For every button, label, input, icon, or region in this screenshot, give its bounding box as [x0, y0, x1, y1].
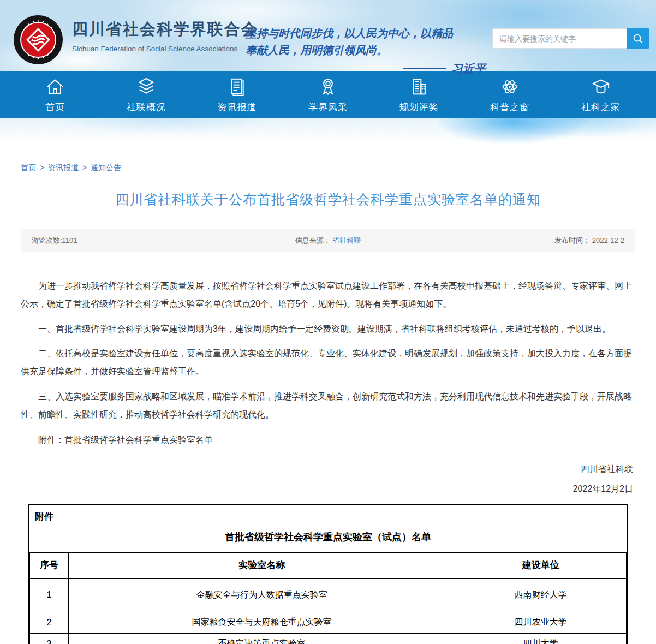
header-quote: 坚持与时代同步伐，以人民为中心，以精品 奉献人民，用明德引领风尚。 习近平 — [246, 25, 486, 78]
column-header-index: 序号 — [30, 552, 69, 578]
nav-item-awards[interactable]: 规划评奖 — [393, 76, 445, 114]
breadcrumb-separator: > — [40, 163, 44, 172]
breadcrumb-news[interactable]: 资讯报道 — [48, 163, 79, 172]
article-body: 为进一步推动我省哲学社会科学高质量发展，按照省哲学社会科学重点实验室试点建设工作… — [21, 277, 635, 449]
cell-institution: 西南财经大学 — [455, 578, 627, 612]
publish-date: 发布时间： 2022-12-2 — [427, 236, 624, 246]
search-box — [492, 28, 649, 49]
table-row: 2 国家粮食安全与天府粮仓重点实验室 四川农业大学 — [30, 612, 627, 633]
quote-line-2: 奉献人民，用明德引领风尚。 — [246, 42, 486, 59]
news-document-icon — [226, 76, 248, 98]
cell-lab-name: 金融安全与行为大数据重点实验室 — [69, 578, 455, 612]
attachment-table-title: 首批省级哲学社会科学重点实验室（试点）名单 — [29, 530, 627, 544]
publish-label: 发布时间： — [554, 236, 592, 245]
breadcrumb: 首页 > 资讯报道 > 通知公告 — [21, 163, 635, 173]
quote-line-1: 坚持与时代同步伐，以人民为中心，以精品 — [246, 25, 486, 42]
nav-item-news[interactable]: 资讯报道 — [211, 76, 263, 114]
sichuan-social-sciences-emblem-icon — [13, 15, 63, 65]
labs-table: 序号 实验室名称 建设单位 1 金融安全与行为大数据重点实验室 西南财经大学 2… — [29, 552, 627, 644]
org-name-zh: 四川省社会科学界联合会 — [72, 19, 258, 40]
table-header-row: 序号 实验室名称 建设单位 — [30, 552, 627, 578]
publish-value: 2022-12-2 — [592, 236, 624, 245]
main-content: 首页 > 资讯报道 > 通知公告 四川省社科联关于公布首批省级哲学社会科学重点实… — [0, 163, 656, 644]
layers-icon — [135, 76, 157, 98]
breadcrumb-notices[interactable]: 通知公告 — [91, 163, 121, 172]
building-icon — [408, 76, 430, 98]
org-name-en: Sichuan Federation of Social Science Ass… — [72, 45, 258, 53]
cell-index: 1 — [30, 578, 69, 612]
cell-lab-name: 不确定决策重点实验室 — [69, 633, 455, 644]
attachment-label: 附件 — [29, 505, 627, 523]
cell-index: 2 — [30, 612, 69, 633]
paragraph-item-1: 一、首批省级哲学社会科学实验室建设周期为3年，建设周期内给予一定经费资助。建设期… — [21, 320, 635, 338]
search-icon — [632, 33, 644, 45]
graduation-cap-icon — [590, 76, 612, 98]
home-icon — [44, 76, 66, 98]
breadcrumb-home[interactable]: 首页 — [21, 163, 36, 172]
quote-dash — [403, 68, 446, 69]
main-navigation: 首页 社联概况 资讯报道 学界风采 — [0, 71, 656, 118]
cell-institution: 四川大学 — [455, 633, 627, 644]
cell-lab-name: 国家粮食安全与天府粮仓重点实验室 — [69, 612, 455, 633]
medal-icon — [317, 76, 339, 98]
nav-item-academia[interactable]: 学界风采 — [302, 76, 354, 114]
nav-label: 社联概况 — [127, 101, 166, 114]
source-label: 信息来源： — [295, 236, 333, 245]
paragraph-attachment-ref: 附件：首批省级哲学社会科学重点实验室名单 — [21, 431, 635, 449]
nav-item-science-window[interactable]: 科普之窗 — [484, 76, 536, 114]
page-title: 四川省社科联关于公布首批省级哲学社会科学重点实验室名单的通知 — [21, 190, 635, 208]
column-header-institution: 建设单位 — [455, 552, 627, 578]
view-count: 游览次数:1101 — [32, 236, 229, 246]
sky-banner-fade — [0, 118, 656, 149]
table-row: 3 不确定决策重点实验室 四川大学 — [30, 633, 627, 644]
org-logo — [13, 15, 63, 65]
article-meta-bar: 游览次数:1101 信息来源： 省社科联 发布时间： 2022-12-2 — [21, 229, 635, 252]
nav-label: 科普之窗 — [490, 101, 529, 114]
nav-label: 首页 — [45, 101, 65, 114]
nav-label: 规划评奖 — [399, 101, 439, 114]
breadcrumb-separator: > — [82, 163, 87, 172]
search-button[interactable] — [627, 28, 649, 49]
site-header: 四川省社会科学界联合会 Sichuan Federation of Social… — [0, 0, 656, 71]
table-row: 1 金融安全与行为大数据重点实验室 西南财经大学 — [30, 578, 627, 612]
nav-label: 学界风采 — [308, 101, 348, 114]
column-header-lab-name: 实验室名称 — [69, 552, 455, 578]
nav-item-overview[interactable]: 社联概况 — [120, 76, 172, 114]
search-input[interactable] — [492, 28, 627, 49]
nav-label: 资讯报道 — [217, 101, 257, 114]
nav-item-home[interactable]: 首页 — [29, 76, 81, 114]
paragraph-item-3: 三、入选实验室要服务国家战略和区域发展，瞄准学术前沿，推进学科交叉融合，创新研究… — [21, 388, 635, 424]
source-info: 信息来源： 省社科联 — [229, 236, 427, 246]
nav-label: 社科之家 — [581, 101, 621, 114]
signature-block: 四川省社科联 2022年12月2日 — [21, 460, 635, 498]
quote-author: 习近平 — [451, 60, 486, 78]
cell-institution: 四川农业大学 — [455, 612, 627, 633]
signature-org: 四川省社科联 — [21, 460, 633, 479]
attachment-box: 附件 首批省级哲学社会科学重点实验室（试点）名单 序号 实验室名称 建设单位 1… — [28, 504, 628, 644]
nav-item-social-science-home[interactable]: 社科之家 — [575, 76, 627, 114]
source-link[interactable]: 省社科联 — [332, 236, 361, 245]
signature-date: 2022年12月2日 — [21, 479, 633, 498]
paragraph-item-2: 二、依托高校是实验室建设责任单位，要高度重视入选实验室的规范化、专业化、实体化建… — [21, 345, 635, 381]
atom-icon — [499, 76, 521, 98]
cell-index: 3 — [30, 633, 69, 644]
paragraph-intro: 为进一步推动我省哲学社会科学高质量发展，按照省哲学社会科学重点实验室试点建设工作… — [21, 277, 635, 313]
